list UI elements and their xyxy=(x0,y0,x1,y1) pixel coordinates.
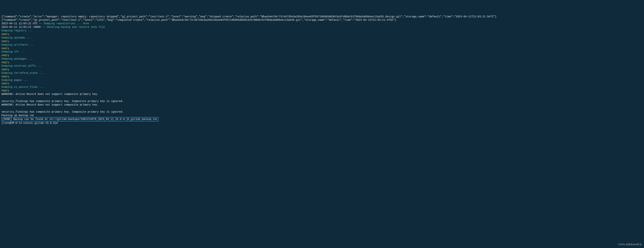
json-log-line-1: {"command":"create","error":"manager: re… xyxy=(2,15,496,18)
done-highlighted-line: [DONE] Backup can be found at s3://gitla… xyxy=(2,117,158,121)
dump-external-diffs-line: Dumping external_diffs ... xyxy=(2,64,42,67)
shell-prompt[interactable]: [root@VM-0-14-centos gitlab-15.8.0]# xyxy=(2,121,58,125)
empty-line: empty xyxy=(2,47,9,50)
dump-uploads-line: Dumping uploads ... xyxy=(2,36,31,39)
timestamp-line-1: 2023-04-11 12:03:22 UTC -- Dumping repos… xyxy=(2,22,89,25)
timestamp-line-2: 2023-04-11 12:03:22 +0000 -- Deleting ba… xyxy=(2,26,105,29)
empty-line: empty xyxy=(2,33,9,36)
dump-artifacts-line: Dumping artifacts ... xyxy=(2,43,34,46)
empty-line: empty xyxy=(2,68,9,71)
warning-line: WARNING: Active Record does not support … xyxy=(2,93,99,96)
empty-line: empty xyxy=(2,82,9,85)
warning-line: security_findings has composite primary … xyxy=(2,110,124,113)
dump-packages-line: Dumping packages ... xyxy=(2,57,33,60)
terminal-output[interactable]: {"command":"create","error":"manager: re… xyxy=(2,15,642,125)
dump-pages-line: Dumping pages ... xyxy=(2,79,28,82)
empty-line: empty xyxy=(2,75,9,78)
dump-registry-line: Dumping registry ... xyxy=(2,29,33,32)
dump-terraform-state-line: Dumping terraform_state ... xyxy=(2,72,44,74)
warning-line: security_findings has composite primary … xyxy=(2,100,124,103)
warning-line: WARNING: Active Record does not support … xyxy=(2,103,99,106)
empty-line: empty xyxy=(2,61,9,64)
packing-line: Packing up backup tar xyxy=(2,114,34,117)
empty-line: empty xyxy=(2,89,9,92)
empty-line: empty xyxy=(2,40,9,43)
dump-ci-secure-files-line: Dumping ci_secure_files ... xyxy=(2,85,44,88)
dump-lfs-line: Dumping lfs ... xyxy=(2,50,25,53)
empty-line: empty xyxy=(2,54,9,57)
json-log-line-2: {"command":"create","gl_project_path":"t… xyxy=(2,19,396,22)
